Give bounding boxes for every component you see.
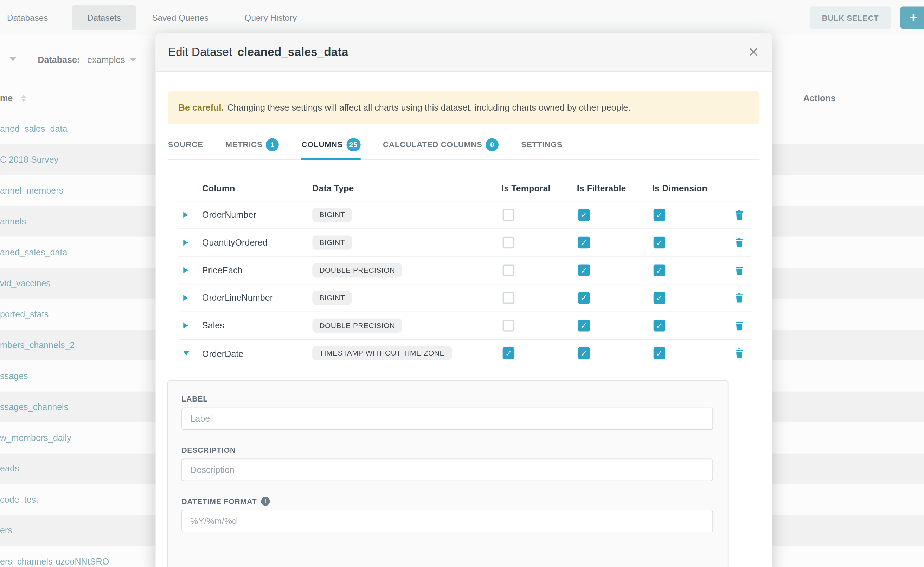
close-icon[interactable]: ✕ xyxy=(748,46,759,58)
tab-columns[interactable]: COLUMNS25 xyxy=(301,132,360,159)
datetime-format-input[interactable] xyxy=(181,510,713,532)
header-column: Column xyxy=(202,183,312,193)
tab-metrics-label: METRICS xyxy=(226,140,262,149)
header-is-filterable: Is Filterable xyxy=(577,183,653,193)
label-field: LABEL xyxy=(181,394,714,430)
expand-caret-icon[interactable] xyxy=(183,212,188,218)
datetime-format-field: DATETIME FORMAT i xyxy=(181,497,714,532)
header-is-dimension: Is Dimension xyxy=(652,183,728,193)
column-name: Sales xyxy=(202,320,312,330)
description-input[interactable] xyxy=(181,459,713,481)
columns-table-header: Column Data Type Is Temporal Is Filterab… xyxy=(178,175,751,201)
tab-calculated-columns[interactable]: CALCULATED COLUMNS0 xyxy=(383,132,499,159)
column-row: PriceEach DOUBLE PRECISION xyxy=(178,256,751,284)
expand-caret-icon[interactable] xyxy=(183,295,188,301)
data-type-pill: TIMESTAMP WITHOUT TIME ZONE xyxy=(312,346,452,360)
is-dimension-checkbox[interactable] xyxy=(654,209,665,221)
tab-source-label: SOURCE xyxy=(168,140,203,149)
warning-bold: Be careful. xyxy=(179,103,224,112)
label-field-label: LABEL xyxy=(181,394,714,403)
is-filterable-checkbox[interactable] xyxy=(578,292,590,304)
column-name: OrderNumber xyxy=(202,210,312,220)
tab-calculated-columns-label: CALCULATED COLUMNS xyxy=(383,140,482,149)
edit-dataset-modal: Edit Datasetcleaned_sales_data ✕ Be care… xyxy=(155,33,772,567)
expand-caret-icon[interactable] xyxy=(183,322,188,328)
modal-header: Edit Datasetcleaned_sales_data ✕ xyxy=(155,33,772,72)
tab-settings[interactable]: SETTINGS xyxy=(521,132,562,159)
expand-caret-icon[interactable] xyxy=(183,240,188,246)
delete-column-icon[interactable] xyxy=(728,237,751,248)
modal-body: Be careful.Changing these settings will … xyxy=(155,92,772,567)
delete-column-icon[interactable] xyxy=(728,209,751,220)
metrics-count-badge: 1 xyxy=(266,138,279,151)
label-input[interactable] xyxy=(181,407,713,430)
delete-column-icon[interactable] xyxy=(728,348,751,358)
modal-tabs: SOURCE METRICS1 COLUMNS25 CALCULATED COL… xyxy=(168,132,760,160)
datetime-format-label-text: DATETIME FORMAT xyxy=(181,497,257,506)
data-type-pill: DOUBLE PRECISION xyxy=(312,318,402,332)
is-temporal-checkbox[interactable] xyxy=(503,264,515,276)
calculated-columns-count-badge: 0 xyxy=(486,138,499,151)
data-type-pill: BIGINT xyxy=(312,291,352,305)
is-dimension-checkbox[interactable] xyxy=(654,236,665,248)
is-temporal-checkbox[interactable] xyxy=(503,320,515,332)
delete-column-icon[interactable] xyxy=(728,292,751,303)
is-dimension-checkbox[interactable] xyxy=(654,292,665,304)
data-type-pill: BIGINT xyxy=(312,208,352,222)
datetime-format-field-label: DATETIME FORMAT i xyxy=(181,497,714,506)
is-dimension-checkbox[interactable] xyxy=(654,347,665,359)
columns-count-badge: 25 xyxy=(346,138,360,151)
column-name: OrderDate xyxy=(202,348,312,358)
description-field-label: DESCRIPTION xyxy=(181,446,714,454)
columns-table: Column Data Type Is Temporal Is Filterab… xyxy=(178,175,751,367)
data-type-pill: BIGINT xyxy=(312,236,352,249)
is-filterable-checkbox[interactable] xyxy=(578,320,590,332)
column-detail-panel: LABEL DESCRIPTION DATETIME FORMAT i xyxy=(167,380,728,567)
tab-columns-label: COLUMNS xyxy=(301,140,343,149)
is-temporal-checkbox[interactable] xyxy=(503,347,515,359)
column-row: QuantityOrdered BIGINT xyxy=(178,229,751,257)
expand-caret-icon[interactable] xyxy=(183,351,189,356)
description-field: DESCRIPTION xyxy=(181,446,714,481)
tab-metrics[interactable]: METRICS1 xyxy=(226,132,279,159)
tab-source[interactable]: SOURCE xyxy=(168,132,203,159)
column-row: OrderNumber BIGINT xyxy=(178,201,751,229)
is-filterable-checkbox[interactable] xyxy=(578,209,590,221)
info-icon[interactable]: i xyxy=(261,497,270,506)
is-temporal-checkbox[interactable] xyxy=(503,236,515,248)
expand-caret-icon[interactable] xyxy=(183,267,188,273)
delete-column-icon[interactable] xyxy=(728,265,751,275)
header-data-type: Data Type xyxy=(312,183,501,193)
tab-settings-label: SETTINGS xyxy=(521,140,562,149)
is-filterable-checkbox[interactable] xyxy=(578,264,590,276)
is-filterable-checkbox[interactable] xyxy=(578,236,590,248)
is-filterable-checkbox[interactable] xyxy=(578,347,590,359)
modal-title-prefix: Edit Dataset xyxy=(168,45,232,58)
column-row: OrderDate TIMESTAMP WITHOUT TIME ZONE xyxy=(178,340,751,368)
modal-title: Edit Datasetcleaned_sales_data xyxy=(168,45,348,59)
warning-banner: Be careful.Changing these settings will … xyxy=(168,92,760,124)
is-dimension-checkbox[interactable] xyxy=(654,320,665,332)
column-name: PriceEach xyxy=(202,265,312,275)
warning-text: Changing these settings will affect all … xyxy=(227,103,631,112)
column-row: OrderLineNumber BIGINT xyxy=(178,284,751,312)
delete-column-icon[interactable] xyxy=(728,320,751,331)
column-name: OrderLineNumber xyxy=(202,292,312,303)
modal-dataset-name: cleaned_sales_data xyxy=(237,45,348,58)
data-type-pill: DOUBLE PRECISION xyxy=(312,263,402,277)
is-dimension-checkbox[interactable] xyxy=(654,264,665,276)
screen: Databases Datasets Saved Queries Query H… xyxy=(0,0,924,567)
header-is-temporal: Is Temporal xyxy=(501,183,577,193)
is-temporal-checkbox[interactable] xyxy=(503,292,515,304)
column-row: Sales DOUBLE PRECISION xyxy=(178,312,751,340)
column-name: QuantityOrdered xyxy=(202,237,312,248)
is-temporal-checkbox[interactable] xyxy=(503,209,515,221)
